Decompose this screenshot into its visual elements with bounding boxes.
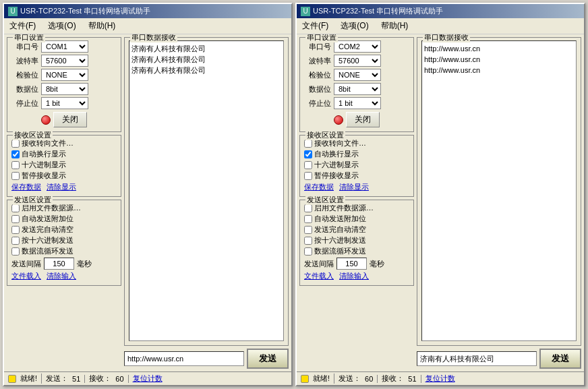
menu-help-2[interactable]: 帮助(H) bbox=[378, 20, 411, 32]
reset-count-link-1[interactable]: 复位计数 bbox=[133, 373, 163, 384]
recv-checkbox-2-3[interactable] bbox=[304, 172, 312, 180]
recv-checkbox-2-0[interactable] bbox=[304, 140, 312, 148]
recv-checkbox-2-1[interactable] bbox=[304, 150, 312, 158]
status-icon-1 bbox=[8, 375, 16, 383]
recv-check-label-1-2: 十六进制显示 bbox=[22, 160, 66, 170]
red-indicator-2 bbox=[334, 115, 343, 125]
baud-select-1[interactable]: 576009600115200 bbox=[41, 55, 88, 67]
send-checkbox-2-1[interactable] bbox=[304, 215, 312, 223]
interval-unit-1: 毫秒 bbox=[77, 259, 92, 269]
send-button-1[interactable]: 发送 bbox=[247, 349, 289, 369]
send-count-label-2: 发送： bbox=[339, 373, 361, 384]
interval-input-2[interactable] bbox=[336, 258, 367, 270]
window-2: U USR-TCP232-Test 串口转网络调试助手 文件(F) 选项(O) … bbox=[295, 3, 585, 386]
left-panel-2: 串口设置 串口号 COM1COM2COM3 波特率 57600960011520… bbox=[299, 37, 414, 369]
right-panel-2: 串口数据接收 http://www.usr.cn http://www.usr.… bbox=[417, 37, 581, 369]
save-data-link-1[interactable]: 保存数据 bbox=[11, 182, 41, 192]
recv-checkbox-1-3[interactable] bbox=[11, 172, 20, 180]
send-count-2: 60 bbox=[365, 375, 378, 383]
recv-checkbox-1-2[interactable] bbox=[11, 161, 20, 169]
send-check-label-1-3: 按十六进制发送 bbox=[22, 235, 74, 245]
send-input-2[interactable] bbox=[417, 351, 537, 366]
status-text-2: 就绪! bbox=[313, 373, 334, 384]
send-input-1[interactable] bbox=[124, 351, 244, 366]
send-checkbox-1-0[interactable] bbox=[11, 204, 20, 212]
clear-input-link-1[interactable]: 清除输入 bbox=[47, 271, 76, 281]
close-button-2[interactable]: 关闭 bbox=[346, 112, 380, 127]
recv-check-label-1-1: 自动换行显示 bbox=[22, 149, 66, 159]
stop-select-2[interactable]: 1 bit2 bit bbox=[334, 97, 381, 109]
send-checkbox-2-4[interactable] bbox=[304, 247, 312, 256]
recv-checkbox-2-2[interactable] bbox=[304, 161, 312, 169]
red-indicator-1 bbox=[41, 115, 51, 125]
recv-check-row-2-3: 暂停接收显示 bbox=[304, 171, 409, 181]
send-checkbox-1-3[interactable] bbox=[11, 237, 20, 245]
recv-checkbox-1-0[interactable] bbox=[11, 140, 20, 148]
send-checkbox-2-0[interactable] bbox=[304, 204, 312, 212]
receive-settings-2: 接收区设置 接收转向文件… 自动换行显示 十六进制显示 暂停接收显示 bbox=[299, 135, 414, 197]
baud-label-2: 波特率 bbox=[304, 56, 331, 66]
check-label-1: 检验位 bbox=[11, 70, 38, 80]
send-button-2[interactable]: 发送 bbox=[539, 349, 581, 369]
menu-options-1[interactable]: 选项(O) bbox=[45, 20, 78, 32]
stop-row-1: 停止位 1 bit2 bit bbox=[11, 97, 117, 109]
close-btn-area-2: 关闭 bbox=[304, 112, 409, 127]
clear-display-link-2[interactable]: 清除显示 bbox=[339, 182, 369, 192]
close-button-1[interactable]: 关闭 bbox=[53, 112, 87, 127]
serial-settings-1: 串口设置 串口号 COM1COM2COM3 波特率 57600960011520… bbox=[7, 37, 121, 132]
check-select-2[interactable]: NONEODDEVEN bbox=[334, 69, 381, 81]
receive-settings-1: 接收区设置 接收转向文件… 自动换行显示 十六进制显示 暂停接收显示 bbox=[7, 135, 121, 197]
file-load-link-2[interactable]: 文件载入 bbox=[304, 271, 334, 281]
stop-select-1[interactable]: 1 bit2 bit bbox=[41, 97, 88, 109]
send-check-row-1-2: 发送完自动清空 bbox=[11, 225, 117, 235]
stop-label-2: 停止位 bbox=[304, 98, 331, 109]
data-select-1[interactable]: 8bit7bit bbox=[41, 83, 88, 95]
recv-line-1-1: 济南有人科技有限公司 bbox=[131, 54, 281, 65]
file-load-link-1[interactable]: 文件载入 bbox=[11, 271, 41, 281]
clear-input-link-2[interactable]: 清除输入 bbox=[339, 271, 369, 281]
send-checkbox-1-1[interactable] bbox=[11, 215, 20, 223]
send-checkbox-1-4[interactable] bbox=[11, 247, 20, 256]
reset-count-link-2[interactable]: 复位计数 bbox=[425, 373, 455, 384]
interval-input-1[interactable] bbox=[44, 258, 74, 270]
menu-file-2[interactable]: 文件(F) bbox=[299, 20, 331, 32]
clear-display-link-1[interactable]: 清除显示 bbox=[47, 182, 76, 192]
recv-line-2-1: http://www.usr.cn bbox=[424, 54, 574, 65]
receive-data-title-2: 串口数据接收 bbox=[423, 34, 470, 42]
titlebar-2: U USR-TCP232-Test 串口转网络调试助手 bbox=[297, 4, 584, 18]
recv-line-1-0: 济南有人科技有限公司 bbox=[131, 43, 281, 54]
send-check-label-2-1: 自动发送附加位 bbox=[314, 214, 366, 224]
send-check-label-2-2: 发送完自动清空 bbox=[314, 225, 366, 235]
data-select-2[interactable]: 8bit7bit bbox=[334, 83, 381, 95]
menu-file-1[interactable]: 文件(F) bbox=[7, 20, 38, 32]
save-data-link-2[interactable]: 保存数据 bbox=[304, 182, 334, 192]
interval-row-1: 发送间隔 毫秒 bbox=[11, 258, 117, 270]
receive-settings-title-1: 接收区设置 bbox=[13, 130, 53, 140]
send-checkbox-2-3[interactable] bbox=[304, 237, 312, 245]
recv-count-label-2: 接收： bbox=[382, 373, 404, 384]
port-select-2[interactable]: COM1COM2COM3 bbox=[334, 40, 381, 53]
data-row-2: 数据位 8bit7bit bbox=[304, 83, 409, 95]
interval-label-1: 发送间隔 bbox=[11, 259, 41, 269]
data-row-1: 数据位 8bit7bit bbox=[11, 83, 117, 95]
interval-label-2: 发送间隔 bbox=[304, 259, 334, 269]
menubar-2: 文件(F) 选项(O) 帮助(H) bbox=[297, 18, 584, 34]
receive-data-box-1: 串口数据接收 济南有人科技有限公司 济南有人科技有限公司 济南有人科技有限公司 bbox=[124, 37, 289, 346]
send-settings-1: 发送区设置 启用文件数据源… 自动发送附加位 发送完自动清空 按十六进制发送 bbox=[7, 200, 121, 286]
send-check-label-2-4: 数据流循环发送 bbox=[314, 246, 366, 256]
recv-checkbox-1-1[interactable] bbox=[11, 150, 20, 158]
baud-select-2[interactable]: 576009600115200 bbox=[334, 55, 381, 67]
send-check-label-1-2: 发送完自动清空 bbox=[22, 225, 74, 235]
send-check-row-2-1: 自动发送附加位 bbox=[304, 214, 409, 224]
send-settings-title-2: 发送区设置 bbox=[305, 195, 345, 205]
send-checkbox-2-2[interactable] bbox=[304, 226, 312, 234]
check-select-1[interactable]: NONEODDEVEN bbox=[41, 69, 88, 81]
recv-line-1-2: 济南有人科技有限公司 bbox=[131, 65, 281, 76]
data-label-2: 数据位 bbox=[304, 84, 331, 94]
baud-label-1: 波特率 bbox=[11, 56, 38, 66]
receive-settings-title-2: 接收区设置 bbox=[305, 130, 345, 140]
menu-help-1[interactable]: 帮助(H) bbox=[86, 20, 119, 32]
menu-options-2[interactable]: 选项(O) bbox=[338, 20, 371, 32]
port-select-1[interactable]: COM1COM2COM3 bbox=[41, 40, 88, 53]
send-checkbox-1-2[interactable] bbox=[11, 226, 20, 234]
